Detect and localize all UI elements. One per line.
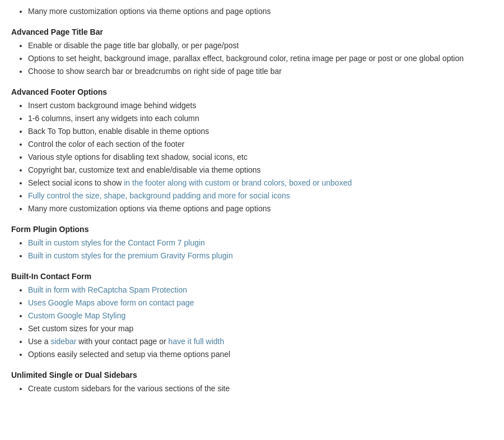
section-title: Advanced Footer Options xyxy=(11,87,493,96)
gravity-forms-link[interactable]: Built in custom styles for the premium G… xyxy=(28,251,233,260)
full-width-link[interactable]: have it full width xyxy=(169,337,225,346)
list-item: Copyright bar, customize text and enable… xyxy=(28,164,493,176)
list-item: 1-6 columns, insert any widgets into eac… xyxy=(28,113,493,124)
google-map-styling-link[interactable]: Custom Google Map Styling xyxy=(28,311,125,320)
list-item: Choose to show search bar or breadcrumbs… xyxy=(28,66,493,77)
section-title: Built-In Contact Form xyxy=(11,272,493,281)
section-built-in-contact-form: Built-In Contact Form Built in form with… xyxy=(11,272,493,360)
section-title: Form Plugin Options xyxy=(11,225,493,234)
list-item: Built in form with ReCaptcha Spam Protec… xyxy=(28,284,493,296)
list-item: Many more customization options via them… xyxy=(28,6,493,17)
section-form-plugin-options: Form Plugin Options Built in custom styl… xyxy=(11,225,493,262)
list-item: Built in custom styles for the premium G… xyxy=(28,250,493,262)
section-advanced-page-title-bar: Advanced Page Title Bar Enable or disabl… xyxy=(11,27,493,77)
list-item: Built in custom styles for the Contact F… xyxy=(28,237,493,249)
section-unlimited-sidebars: Unlimited Single or Dual Sidebars Create… xyxy=(11,370,493,395)
list-item: Fully control the size, shape, backgroun… xyxy=(28,190,493,202)
list-item: Uses Google Maps above form on contact p… xyxy=(28,297,493,309)
list-item: Use a sidebar with your contact page or … xyxy=(28,336,493,348)
recaptcha-link[interactable]: Built in form with ReCaptcha Spam Protec… xyxy=(28,285,187,294)
contact-form-7-link[interactable]: Built in custom styles for the Contact F… xyxy=(28,238,205,247)
list-item: Set custom sizes for your map xyxy=(28,323,493,335)
list-item: Options easily selected and setup via th… xyxy=(28,349,493,360)
list-item: Select social icons to show in the foote… xyxy=(28,177,493,189)
list-item: Many more customization options via them… xyxy=(28,203,493,215)
section-title: Advanced Page Title Bar xyxy=(11,27,493,36)
sidebar-link[interactable]: sidebar xyxy=(50,337,76,346)
intro-section: Many more customization options via them… xyxy=(11,6,493,17)
google-maps-link[interactable]: Uses Google Maps above form on contact p… xyxy=(28,298,194,307)
list-item: Enable or disable the page title bar glo… xyxy=(28,40,493,52)
list-item: Options to set height, background image,… xyxy=(28,53,493,64)
section-advanced-footer-options: Advanced Footer Options Insert custom ba… xyxy=(11,87,493,215)
footer-link[interactable]: in the footer along with custom or brand… xyxy=(124,178,352,187)
list-item: Insert custom background image behind wi… xyxy=(28,100,493,112)
list-item: Back To Top button, enable disable in th… xyxy=(28,126,493,137)
page-content: Many more customization options via them… xyxy=(11,6,493,395)
list-item: Create custom sidebars for the various s… xyxy=(28,383,493,395)
list-item: Control the color of each section of the… xyxy=(28,138,493,150)
list-item: Custom Google Map Styling xyxy=(28,310,493,322)
social-icons-link[interactable]: Fully control the size, shape, backgroun… xyxy=(28,191,290,200)
list-item: Various style options for disabling text… xyxy=(28,151,493,163)
section-title: Unlimited Single or Dual Sidebars xyxy=(11,370,493,379)
